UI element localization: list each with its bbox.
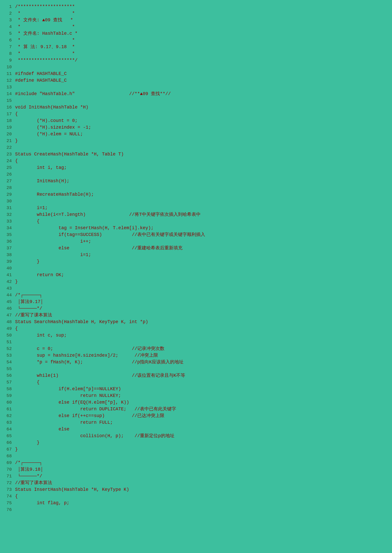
code-line: 49{ [5,325,387,332]
code-line: 22 [5,144,387,151]
code-line: 51 [5,339,387,345]
code-line: 28 [5,184,387,191]
line-number: 12 [5,77,15,84]
line-content: │算法9.18│ [15,466,43,473]
line-content: *********************/ [15,57,77,64]
line-content: i++; [15,238,91,245]
line-number: 15 [5,97,15,104]
line-content: return DUPLICATE; //表中已有此关键字 [15,406,176,412]
code-line: 36 i++; [5,238,387,245]
line-content: { [15,325,18,332]
code-line: 46 └──────*/ [5,305,387,312]
line-content: │算法9.17│ [15,298,43,305]
line-content: /********************* [15,3,75,10]
code-line: 41 return OK; [5,272,387,278]
line-content: └──────*/ [15,473,42,480]
line-content: else //重建哈希表后重新填充 [15,245,182,252]
line-number: 42 [5,278,15,285]
line-content: #define HASHTABLE_C [15,77,67,84]
line-number: 46 [5,305,15,312]
line-content: { [15,379,40,386]
line-number: 16 [5,104,15,111]
line-content: Status SearchHash(HashTable H, KeyType K… [15,319,148,325]
line-number: 17 [5,111,15,117]
line-number: 45 [5,298,15,305]
line-content: (*H).sizeindex = -1; [15,124,91,131]
code-line: 34 tag = InsertHash(H, T.elem[i].key); [5,225,387,231]
code-line: 30 [5,198,387,205]
code-line: 13 [5,84,387,91]
line-number: 61 [5,406,15,412]
code-line: 50 int c, sup; [5,332,387,339]
code-line: 24{ [5,158,387,164]
line-number: 21 [5,137,15,144]
code-line: 42} [5,278,387,285]
line-number: 55 [5,366,15,372]
code-line: 43 [5,285,387,292]
line-content: int c, sup; [15,332,67,339]
line-content: tag = InsertHash(H, T.elem[i].key); [15,225,154,231]
code-line: 76 [5,506,387,513]
code-line: 38 i=1; [5,252,387,258]
line-number: 19 [5,124,15,131]
line-content: { [15,493,18,500]
line-number: 4 [5,23,15,30]
line-content: int flag, p; [15,500,69,506]
line-content: #ifndef HASHTABLE_C [15,71,67,77]
line-number: 75 [5,500,15,506]
line-content: /*┌──────┐ [15,460,42,466]
line-content: if(tag==SUCCESS) //表中已有关键字或关键字顺利插入 [15,231,205,238]
line-number: 24 [5,158,15,164]
code-line: 56 while(1) //该位置有记录且与K不等 [5,372,387,379]
code-line: 10 [5,64,387,71]
line-number: 73 [5,486,15,493]
line-content: if(H.elem[*p]==NULLKEY) [15,386,121,392]
line-number: 56 [5,372,15,379]
line-number: 20 [5,131,15,137]
code-line: 72//重写了课本算法 [5,480,387,486]
line-content: * * [15,37,75,44]
code-line: 32 while(i<=T.length) //将T中关键字依次插入到哈希表中 [5,211,387,218]
line-number: 35 [5,231,15,238]
code-line: 6 * * [5,37,387,44]
line-content: int i, tag; [15,164,67,171]
line-content: return NULLKEY; [15,392,121,399]
line-content: void InitHash(HashTable *H) [15,104,88,111]
line-content: } [15,278,18,285]
code-line: 31 i=1; [5,205,387,211]
code-line: 58 if(H.elem[*p]==NULLKEY) [5,386,387,392]
line-content: } [15,446,18,453]
code-line: 55 [5,366,387,372]
line-content: return FULL; [15,419,113,426]
code-editor: 1/*********************2 * *3 * 文件夹: ▲09… [5,3,387,513]
code-line: 20 (*H).elem = NULL; [5,131,387,137]
code-line: 1/********************* [5,3,387,10]
line-number: 10 [5,64,15,71]
code-line: 18 (*H).count = 0; [5,117,387,124]
line-number: 49 [5,325,15,332]
line-content: } [15,439,40,446]
line-content: collision(H, p); //重新定位p的地址 [15,432,175,439]
line-number: 23 [5,151,15,158]
code-line: 29 RecreateHashTable(H); [5,191,387,198]
line-content: #include "HashTable.h" //**▲09 查找**// [15,91,171,97]
line-number: 14 [5,91,15,97]
line-number: 29 [5,191,15,198]
code-line: 70 │算法9.18│ [5,466,387,473]
code-line: 69/*┌──────┐ [5,460,387,466]
line-content: { [15,218,40,225]
line-number: 3 [5,17,15,23]
code-line: 68 [5,453,387,460]
line-number: 2 [5,10,15,17]
code-line: 65 collision(H, p); //重新定位p的地址 [5,432,387,439]
line-content: else if(EQ(H.elem[*p], K)) [15,399,129,406]
line-content: else [15,426,69,432]
line-content: while(i<=T.length) //将T中关键字依次插入到哈希表中 [15,211,201,218]
line-number: 48 [5,319,15,325]
line-number: 59 [5,392,15,399]
line-number: 28 [5,184,15,191]
line-content: └──────*/ [15,305,42,312]
line-content: * * [15,50,75,57]
line-number: 5 [5,30,15,37]
code-line: 11#ifndef HASHTABLE_C [5,71,387,77]
